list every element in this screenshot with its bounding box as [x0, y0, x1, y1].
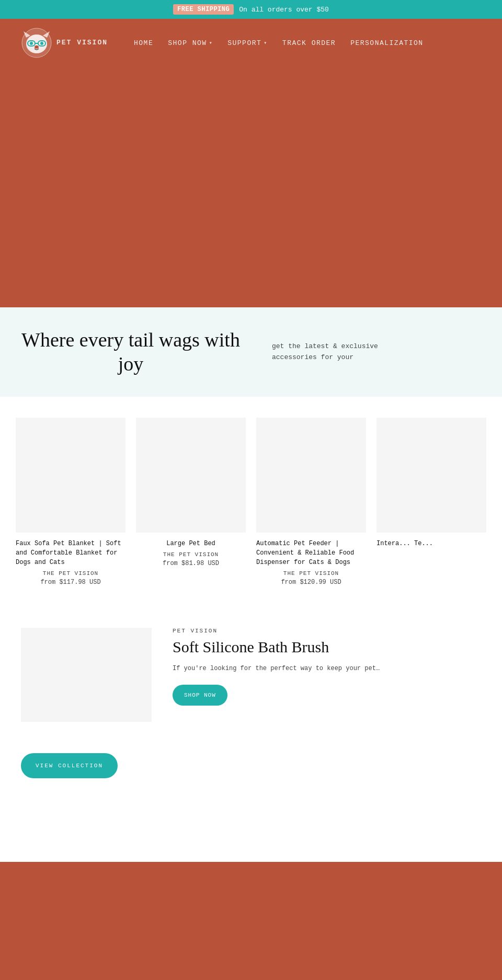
- svg-point-6: [40, 42, 43, 45]
- feature-product-image: [21, 628, 152, 722]
- product-image-1: [16, 418, 126, 533]
- feature-description: If you're looking for the perfect way to…: [173, 663, 382, 674]
- feature-brand: PET VISION: [173, 628, 481, 634]
- feature-left: VIEW COLLECTION: [21, 628, 152, 778]
- products-section: Faux Sofa Pet Blanket | Soft and Comfort…: [0, 397, 502, 607]
- product-image-4: [376, 418, 486, 533]
- product-brand-1: THE PET VISION: [16, 570, 126, 577]
- tagline-heading: Where every tail wags with joy: [10, 328, 251, 376]
- product-image-3: [256, 418, 366, 533]
- product-title-1: Faux Sofa Pet Blanket | Soft and Comfort…: [16, 539, 126, 567]
- white-spacer: [0, 799, 502, 862]
- product-card-2[interactable]: Large Pet Bed THE PET VISION from $81.98…: [131, 418, 251, 596]
- product-title-3: Automatic Pet Feeder | Convenient & Reli…: [256, 539, 366, 567]
- svg-point-5: [30, 42, 33, 45]
- feature-section: VIEW COLLECTION PET VISION Soft Silicone…: [0, 607, 502, 799]
- chevron-down-icon-2: ▾: [264, 40, 268, 46]
- main-nav: HOME SHOP NOW ▾ SUPPORT ▾ TRACK ORDER PE…: [134, 39, 424, 47]
- product-price-1: from $117.98 USD: [16, 579, 126, 586]
- product-title-2: Large Pet Bed: [136, 539, 246, 548]
- product-title-4: Intera... Te...: [376, 539, 486, 548]
- nav-personalization[interactable]: PERSONALIZATION: [350, 39, 424, 47]
- nav-shop-now[interactable]: SHOP NOW ▾: [168, 39, 213, 47]
- product-card-4[interactable]: Intera... Te...: [371, 418, 492, 596]
- product-brand-2: THE PET VISION: [136, 551, 246, 558]
- nav-support[interactable]: SUPPORT ▾: [227, 39, 268, 47]
- product-card-1[interactable]: Faux Sofa Pet Blanket | Soft and Comfort…: [10, 418, 131, 596]
- feature-title: Soft Silicone Bath Brush: [173, 638, 481, 656]
- chevron-down-icon: ▾: [209, 40, 213, 46]
- hero-section: [0, 67, 502, 307]
- view-collection-button[interactable]: VIEW COLLECTION: [21, 753, 118, 778]
- feature-right: PET VISION Soft Silicone Bath Brush If y…: [173, 628, 481, 705]
- product-price-2: from $81.98 USD: [136, 560, 246, 567]
- tagline-section: Where every tail wags with joy get the l…: [0, 307, 502, 397]
- product-image-2: [136, 418, 246, 533]
- products-row: Faux Sofa Pet Blanket | Soft and Comfort…: [10, 418, 492, 596]
- svg-point-7: [35, 45, 39, 49]
- free-shipping-badge: FREE SHIPPING: [173, 4, 234, 15]
- logo-link[interactable]: PET VISION: [21, 27, 108, 59]
- announcement-bar: FREE SHIPPING On all orders over $50: [0, 0, 502, 19]
- announcement-text: On all orders over $50: [239, 6, 329, 14]
- nav-track-order[interactable]: TRACK ORDER: [282, 39, 336, 47]
- product-brand-3: THE PET VISION: [256, 570, 366, 577]
- logo-text: PET VISION: [56, 39, 108, 48]
- shop-now-button[interactable]: SHOP NOW: [173, 685, 227, 706]
- product-price-3: from $120.99 USD: [256, 579, 366, 586]
- product-card-3[interactable]: Automatic Pet Feeder | Convenient & Reli…: [251, 418, 371, 596]
- shop-banner: Shop MON: [0, 862, 502, 980]
- logo-icon: [21, 27, 52, 59]
- tagline-subtext: get the latest & exclusive accessories f…: [272, 341, 418, 363]
- nav-home[interactable]: HOME: [134, 39, 153, 47]
- header: PET VISION HOME SHOP NOW ▾ SUPPORT ▾ TRA…: [0, 19, 502, 67]
